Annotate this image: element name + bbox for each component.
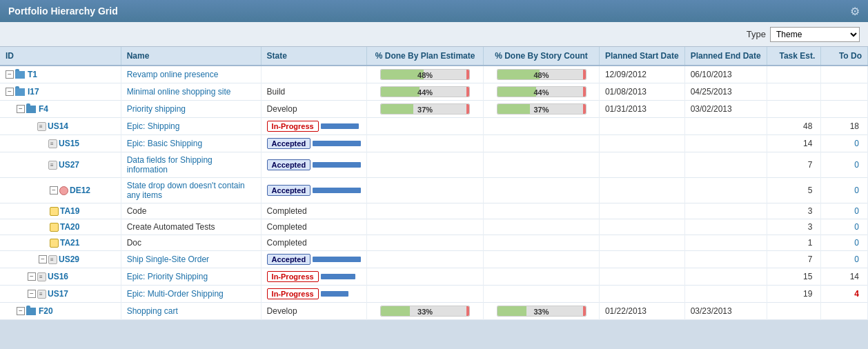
todo-cell: [821, 101, 868, 118]
id-link[interactable]: US14: [48, 121, 68, 131]
col-header-id[interactable]: ID: [0, 47, 121, 66]
name-link[interactable]: Minimal online shopping site: [127, 87, 231, 97]
planned-start-cell: [599, 268, 684, 286]
table-row: −T1Revamp online presence48%48%12/09/201…: [0, 66, 868, 83]
folder-icon: [26, 106, 36, 113]
state-cell: Develop: [261, 303, 367, 320]
table-row: US14Epic: ShippingIn-Progress4818: [0, 118, 868, 135]
todo-cell: 0: [821, 203, 868, 219]
planned-start-cell: [599, 178, 684, 203]
todo-value: 0: [854, 160, 859, 170]
name-link[interactable]: Ship Single-Site Order: [127, 255, 209, 264]
type-select[interactable]: Theme Initiative Feature: [770, 27, 860, 42]
name-link[interactable]: Epic: Priority Shipping: [127, 272, 208, 281]
expand-icon[interactable]: −: [17, 307, 25, 315]
id-link[interactable]: DE12: [70, 186, 90, 195]
id-link[interactable]: TA19: [60, 206, 79, 216]
story-progress-label: 33%: [497, 306, 586, 317]
type-label: Type: [747, 29, 766, 39]
table-row: −I17Minimal online shopping siteBuild44%…: [0, 83, 868, 101]
name-cell: Data fields for Shipping information: [121, 152, 261, 178]
todo-cell: 0: [821, 251, 868, 268]
id-link[interactable]: TA21: [60, 238, 79, 248]
name-cell: Epic: Multi-Order Shipping: [121, 286, 261, 303]
task-est-cell: 7: [767, 251, 821, 268]
grid-container: ID Name State % Done By Plan Estimate % …: [0, 47, 868, 320]
story-count-cell: [484, 203, 600, 219]
state-bar-fill: [313, 257, 361, 262]
name-cell: Minimal online shopping site: [121, 83, 261, 101]
name-cell: Epic: Basic Shipping: [121, 135, 261, 152]
story-icon: [37, 290, 46, 299]
col-header-plan[interactable]: % Done By Plan Estimate: [367, 47, 484, 66]
name-link[interactable]: Revamp online presence: [127, 70, 219, 79]
planned-end-cell: 06/10/2013: [684, 66, 767, 83]
name-link[interactable]: Shopping cart: [127, 306, 178, 316]
story-count-cell: [484, 152, 600, 178]
state-cell: Completed: [261, 203, 367, 219]
expand-icon[interactable]: −: [50, 186, 58, 195]
col-header-story[interactable]: % Done By Story Count: [484, 47, 600, 66]
name-link[interactable]: Epic: Basic Shipping: [127, 139, 202, 148]
name-cell: Epic: Priority Shipping: [121, 268, 261, 286]
col-header-state[interactable]: State: [261, 47, 367, 66]
todo-value: 0: [854, 139, 859, 148]
story-icon: [48, 139, 57, 148]
name-link[interactable]: Epic: Multi-Order Shipping: [127, 289, 224, 299]
table-row: TA21DocCompleted10: [0, 235, 868, 251]
id-link[interactable]: US29: [59, 255, 79, 264]
id-link[interactable]: F4: [39, 104, 48, 114]
expand-icon[interactable]: −: [28, 290, 36, 298]
expand-icon[interactable]: −: [6, 88, 14, 96]
state-text: Develop: [267, 104, 297, 114]
name-link[interactable]: Data fields for Shipping information: [127, 155, 213, 174]
col-header-taskest[interactable]: Task Est.: [767, 47, 821, 66]
task-est-cell: [767, 83, 821, 101]
settings-icon[interactable]: ⚙: [850, 5, 860, 18]
table-row: TA19CodeCompleted30: [0, 203, 868, 219]
id-cell: TA19: [0, 203, 121, 219]
state-bar-fill: [313, 141, 361, 146]
task-icon: [50, 207, 59, 216]
id-link[interactable]: US15: [59, 139, 79, 148]
todo-cell: 0: [821, 152, 868, 178]
id-link[interactable]: US27: [59, 160, 79, 170]
name-cell: Ship Single-Site Order: [121, 251, 261, 268]
id-link[interactable]: T1: [28, 70, 37, 79]
state-cell: Completed: [261, 219, 367, 235]
id-cell: −US16: [0, 268, 121, 286]
col-header-name[interactable]: Name: [121, 47, 261, 66]
state-cell: Completed: [261, 235, 367, 251]
id-link[interactable]: F20: [39, 306, 53, 316]
task-est-cell: 19: [767, 286, 821, 303]
id-link[interactable]: TA20: [60, 222, 79, 232]
id-cell: US14: [0, 118, 121, 135]
planned-start-cell: 12/09/2012: [599, 66, 684, 83]
expand-icon[interactable]: −: [17, 105, 25, 113]
name-link[interactable]: State drop down doesn't contain any item…: [127, 181, 245, 200]
planned-start-cell: [599, 219, 684, 235]
planned-end-cell: 03/02/2013: [684, 101, 767, 118]
name-cell: Revamp online presence: [121, 66, 261, 83]
id-link[interactable]: I17: [28, 87, 39, 97]
state-badge: In-Progress: [267, 271, 319, 282]
id-link[interactable]: US16: [48, 272, 68, 281]
todo-cell: [821, 66, 868, 83]
col-header-start[interactable]: Planned Start Date: [599, 47, 684, 66]
expand-icon[interactable]: −: [39, 255, 47, 263]
todo-value: 0: [854, 186, 859, 195]
plan-estimate-cell: 33%: [367, 303, 484, 320]
todo-cell: 0: [821, 178, 868, 203]
defect-icon: [59, 186, 68, 195]
name-link[interactable]: Epic: Shipping: [127, 121, 180, 131]
id-link[interactable]: US17: [48, 289, 68, 299]
story-count-cell: [484, 178, 600, 203]
col-header-todo[interactable]: To Do: [821, 47, 868, 66]
expand-icon[interactable]: −: [6, 70, 14, 79]
expand-icon[interactable]: −: [28, 272, 36, 281]
name-link[interactable]: Priority shipping: [127, 104, 186, 114]
col-header-end[interactable]: Planned End Date: [684, 47, 767, 66]
story-count-cell: [484, 251, 600, 268]
state-text: Completed: [267, 206, 307, 216]
todo-cell: 18: [821, 118, 868, 135]
